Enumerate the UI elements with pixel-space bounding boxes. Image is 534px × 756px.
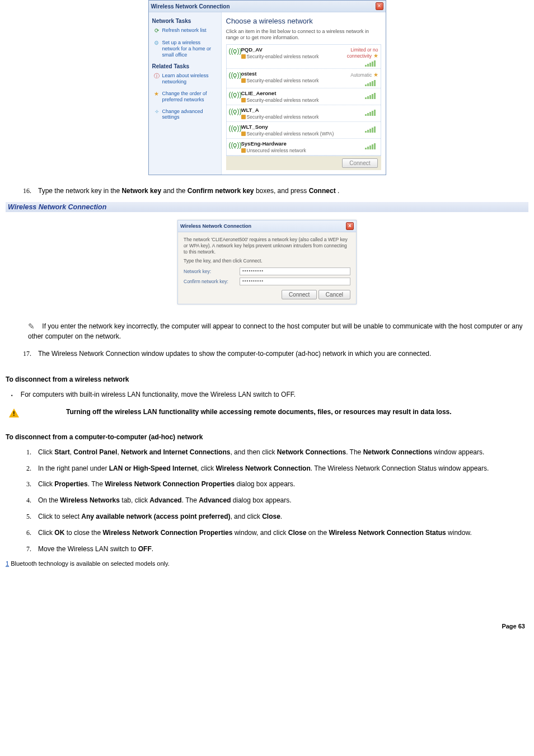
warning-text: Turning off the wireless LAN functionali…: [26, 407, 452, 417]
network-name: WLT_Sony: [241, 124, 337, 130]
network-security: Security-enabled wireless network: [241, 114, 337, 120]
page-number: Page 63: [6, 623, 528, 630]
shield-icon: [241, 78, 246, 83]
network-row[interactable]: ((ǫ))PQD_AV Security-enabled wireless ne…: [227, 45, 381, 69]
connect-button[interactable]: Connect: [342, 158, 377, 168]
step-text: Click Start, Control Panel, Network and …: [38, 448, 528, 457]
wifi-icon: ((ǫ)): [229, 107, 239, 115]
key-dialog-title: Wireless Network Connection: [180, 223, 346, 229]
star-icon: ★: [373, 72, 378, 78]
network-name: WLT_A: [241, 107, 337, 113]
shield-icon: [241, 148, 246, 153]
network-row[interactable]: ((ǫ))SysEng-Hardware Unsecured wireless …: [227, 139, 381, 156]
network-security: Security-enabled wireless network: [241, 54, 337, 59]
signal-bars-icon: [365, 143, 378, 149]
confirm-key-input[interactable]: ••••••••••: [240, 278, 350, 285]
network-name: PQD_AV: [241, 46, 337, 53]
section-subtitle: Wireless Network Connection: [6, 202, 528, 212]
signal-bars-icon: [365, 126, 378, 133]
note-text: If you enter the network key incorrectly…: [28, 322, 523, 341]
step-number: 7.: [21, 544, 31, 554]
step-text-bold: Network key: [121, 187, 161, 195]
sidebar-item-label: Change advanced settings: [162, 109, 218, 121]
key-dialog-titlebar: Wireless Network Connection ×: [178, 220, 356, 232]
bullet-icon: ▪: [11, 392, 13, 400]
network-security: Unsecured wireless network: [241, 148, 337, 153]
adhoc-step-7: 7. Move the Wireless LAN switch to OFF.: [21, 544, 528, 554]
dialog-title: Wireless Network Connection: [151, 3, 376, 10]
step-number: 5.: [21, 512, 31, 522]
step-text: Move the Wireless LAN switch to OFF.: [38, 544, 528, 554]
sidebar-order[interactable]: ★ Change the order of preferred networks: [153, 91, 218, 103]
main-description: Click an item in the list below to conne…: [226, 29, 381, 41]
network-security: Security-enabled wireless network (WPA): [241, 131, 337, 137]
wifi-icon: ((ǫ)): [229, 124, 239, 132]
sidebar-setup[interactable]: ⚙ Set up a wireless network for a home o…: [153, 40, 218, 58]
main-panel: Choose a wireless network Click an item …: [222, 12, 386, 175]
network-key-input[interactable]: ••••••••••: [240, 267, 350, 275]
network-row[interactable]: ((ǫ))WLT_A Security-enabled wireless net…: [227, 105, 381, 122]
network-name: ostest: [241, 71, 337, 77]
network-row[interactable]: ((ǫ))WLT_Sony Security-enabled wireless …: [227, 122, 381, 139]
step-text: In the right panel under LAN or High-Spe…: [38, 464, 528, 473]
step-number: 6.: [21, 528, 31, 538]
dialog-titlebar: Wireless Network Connection ×: [149, 1, 386, 12]
sidebar-item-label: Change the order of preferred networks: [162, 91, 218, 103]
step-number: 16.: [21, 186, 31, 196]
shield-icon: [241, 115, 246, 119]
step-number: 2.: [21, 464, 31, 473]
key-dialog-desc1: The network 'CLIEAeronet500' requires a …: [184, 237, 350, 255]
setup-icon: ⚙: [153, 40, 160, 46]
network-row[interactable]: ((ǫ))ostest Security-enabled wireless ne…: [227, 69, 381, 88]
step-text-bold: Confirm network key: [188, 187, 254, 195]
info-icon: ⓘ: [153, 73, 160, 79]
network-status: Automatic ★: [339, 71, 378, 78]
shield-icon: [241, 132, 246, 136]
adhoc-step-3: 3. Click Properties. The Wireless Networ…: [21, 480, 528, 489]
disconnect-heading: To disconnect from a wireless network: [6, 375, 528, 383]
step-number: 1.: [21, 448, 31, 457]
footnote-text: Bluetooth technology is available on sel…: [9, 560, 170, 567]
shield-icon: [241, 98, 246, 102]
gear-icon: ✧: [153, 109, 160, 115]
warning-icon: !: [9, 408, 19, 417]
cancel-button[interactable]: Cancel: [318, 290, 350, 299]
adhoc-step-1: 1. Click Start, Control Panel, Network a…: [21, 448, 528, 457]
warning: ! Turning off the wireless LAN functiona…: [9, 407, 528, 417]
network-status: Limited or no connectivity ★: [339, 46, 378, 59]
close-icon[interactable]: ×: [376, 2, 383, 10]
signal-bars-icon: [365, 109, 378, 116]
network-row[interactable]: ((ǫ))CLIE_Aeronet Security-enabled wirel…: [227, 88, 381, 105]
step-text: Click to select Any available network (a…: [38, 512, 528, 522]
connect-button[interactable]: Connect: [282, 290, 317, 299]
step-number: 17.: [21, 349, 31, 359]
network-security: Security-enabled wireless network: [241, 97, 337, 103]
sidebar-header-related: Related Tasks: [152, 63, 218, 69]
sidebar-advanced[interactable]: ✧ Change advanced settings: [153, 109, 218, 121]
sidebar-refresh[interactable]: ⟳ Refresh network list: [153, 27, 218, 34]
pencil-icon: ✎: [28, 321, 39, 332]
network-key-dialog: Wireless Network Connection × The networ…: [177, 220, 357, 304]
step-text-part: boxes, and press: [256, 187, 309, 195]
network-name: SysEng-Hardware: [241, 140, 337, 147]
network-status: [339, 124, 378, 125]
step-text: Type the network key in the Network key …: [38, 186, 528, 196]
close-icon[interactable]: ×: [346, 222, 354, 230]
wifi-icon: ((ǫ)): [229, 90, 239, 98]
step-text-bold: Connect: [309, 187, 336, 195]
signal-bars-icon: [365, 79, 378, 86]
step-16: 16. Type the network key in the Network …: [21, 186, 528, 196]
sidebar-learn[interactable]: ⓘ Learn about wireless networking: [153, 73, 218, 85]
signal-bars-icon: [365, 60, 378, 67]
confirm-key-label: Confirm network key:: [184, 279, 240, 284]
network-status: [339, 90, 378, 91]
star-icon: ★: [153, 91, 160, 97]
bullet-text: For computers with built-in wireless LAN…: [21, 390, 296, 400]
star-icon: ★: [373, 53, 378, 59]
sidebar: Network Tasks ⟳ Refresh network list ⚙ S…: [149, 12, 222, 175]
main-heading: Choose a wireless network: [226, 17, 381, 25]
footnote: 1 Bluetooth technology is available on s…: [6, 560, 528, 567]
sidebar-item-label: Set up a wireless network for a home or …: [162, 40, 218, 58]
step-17: 17. The Wireless Network Connection wind…: [21, 349, 528, 359]
refresh-icon: ⟳: [153, 27, 160, 34]
